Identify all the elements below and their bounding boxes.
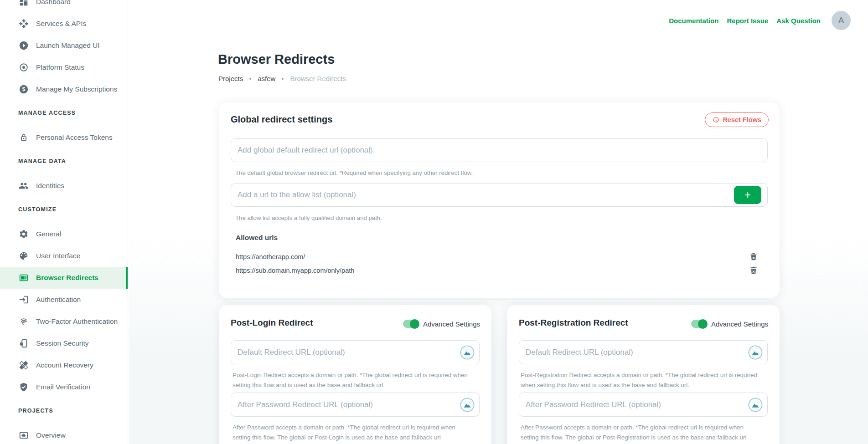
delete-url-icon[interactable]: [749, 252, 758, 261]
broadcast-icon: [18, 62, 29, 73]
post-login-default-redirect-input[interactable]: [231, 340, 480, 364]
sidebar-item-label: Account Recovery: [36, 361, 93, 369]
sidebar-item-general[interactable]: General: [0, 223, 128, 245]
allowed-url-row: https://anotherapp.com/: [236, 252, 761, 262]
header-links: Documentation Report Issue Ask Question …: [669, 11, 851, 30]
sidebar-item-label: Authentication: [36, 296, 81, 304]
sidebar-item-platform-status[interactable]: Platform Status: [0, 56, 128, 78]
sidebar-item-label: Email Verification: [36, 383, 90, 391]
global-default-redirect-input[interactable]: [231, 138, 768, 162]
dollar-circle-icon: [18, 84, 29, 95]
sidebar-item-label: Personal Access Tokens: [36, 133, 113, 142]
sidebar-item-email-verification[interactable]: Email Verification: [0, 376, 128, 398]
post-login-default-help: Post-Login Redirect accepts a domain or …: [232, 370, 475, 390]
post-registration-after-password-help: After Password accepts a domain or path.…: [521, 423, 763, 443]
sidebar-section-manage-data: MANAGE DATA: [0, 152, 128, 170]
sidebar-item-account-recovery[interactable]: Account Recovery: [0, 354, 128, 376]
global-redirect-settings-card: Global redirect settings Reset Flows The…: [219, 102, 780, 298]
browser-window-icon: [18, 272, 29, 283]
post-login-after-password-help: After Password accepts a domain or path.…: [232, 423, 475, 443]
advanced-settings-toggle[interactable]: [691, 320, 707, 328]
documentation-link[interactable]: Documentation: [669, 17, 718, 25]
bandage-icon: [18, 360, 29, 371]
login-arrow-icon: [18, 294, 29, 305]
avatar[interactable]: A: [832, 11, 851, 30]
sidebar-section-customize: CUSTOMIZE: [0, 200, 128, 219]
sidebar-item-browser-redirects[interactable]: Browser Redirects: [0, 267, 128, 289]
sidebar-item-launch-managed-ui[interactable]: Launch Managed UI: [0, 35, 128, 56]
mountain-icon[interactable]: [748, 345, 763, 360]
palette-icon: [18, 250, 29, 261]
sidebar-item-personal-access-tokens[interactable]: Personal Access Tokens: [0, 127, 128, 148]
sidebar-item-session-security[interactable]: Session Security: [0, 332, 128, 354]
post-registration-advanced-settings: Advanced Settings: [691, 320, 768, 328]
mountain-icon[interactable]: [460, 345, 475, 360]
restore-icon: [712, 116, 719, 123]
sidebar-item-user-interface[interactable]: User Interface: [0, 245, 128, 267]
page-title: Browser Redirects: [218, 52, 335, 67]
sidebar-section-manage-access: MANAGE ACCESS: [0, 104, 128, 122]
people-icon: [18, 180, 29, 191]
sidebar-item-label: Manage My Subscriptions: [36, 85, 117, 93]
gear-icon: [18, 229, 29, 240]
post-registration-redirect-card: Post-Registration Redirect Advanced Sett…: [507, 305, 780, 444]
sidebar-item-manage-subscriptions[interactable]: Manage My Subscriptions: [0, 78, 128, 100]
delete-url-icon[interactable]: [749, 265, 758, 275]
shield-check-icon: [18, 382, 29, 393]
phone-lock-icon: [18, 338, 29, 349]
play-circle-icon: [18, 40, 29, 51]
sidebar-item-label: Launch Managed UI: [36, 41, 100, 50]
post-registration-default-redirect-input[interactable]: [519, 340, 768, 364]
cloud-frame-icon: [18, 430, 29, 441]
breadcrumb-current: Browser Redirects: [290, 75, 346, 82]
allow-list-url-input[interactable]: [231, 183, 768, 207]
sidebar-section-projects: PROJECTS: [0, 402, 128, 420]
sidebar-item-label: Services & APIs: [36, 20, 86, 28]
post-registration-default-help: Post-Registration Redirect accepts a dom…: [521, 370, 763, 390]
global-default-redirect-help: The default global browser redirect url.…: [235, 168, 473, 178]
toggle-knob: [410, 319, 419, 329]
sidebar: Dashboard Services & APIs Launch Managed…: [0, 0, 128, 444]
post-login-advanced-settings: Advanced Settings: [403, 320, 480, 328]
post-registration-after-password-input[interactable]: [519, 393, 768, 417]
allowed-url-text: https://anotherapp.com/: [236, 253, 305, 260]
breadcrumb: Projects asfew Browser Redirects: [218, 75, 346, 82]
sidebar-item-authentication[interactable]: Authentication: [0, 289, 128, 311]
sidebar-item-label: Session Security: [36, 339, 88, 347]
mountain-icon[interactable]: [748, 398, 763, 412]
breadcrumb-projects[interactable]: Projects: [218, 75, 243, 82]
sidebar-item-overview[interactable]: Overview: [0, 424, 128, 444]
advanced-settings-label: Advanced Settings: [423, 320, 480, 328]
sidebar-item-dashboard[interactable]: Dashboard: [0, 0, 128, 13]
post-login-after-password-input[interactable]: [231, 393, 480, 417]
sidebar-item-label: Platform Status: [36, 63, 84, 71]
move-arrows-icon: [18, 18, 29, 29]
post-login-card-title: Post-Login Redirect: [231, 318, 313, 328]
sidebar-item-identities[interactable]: Identities: [0, 175, 128, 197]
dashboard-icon: [18, 0, 29, 7]
allowed-url-text: https://sub.domain.myapp.com/only/path: [236, 267, 354, 274]
post-login-redirect-card: Post-Login Redirect Advanced Settings Po…: [219, 305, 491, 444]
reset-flows-label: Reset Flows: [723, 116, 761, 123]
global-card-title: Global redirect settings: [231, 114, 332, 125]
add-allow-url-button[interactable]: +: [734, 186, 761, 204]
reset-flows-button[interactable]: Reset Flows: [705, 112, 769, 127]
allowed-url-row: https://sub.domain.myapp.com/only/path: [236, 265, 761, 276]
sidebar-item-label: Identities: [36, 182, 64, 190]
sidebar-item-label: Dashboard: [36, 0, 71, 6]
breadcrumb-separator-dot: [249, 78, 251, 80]
toggle-knob: [698, 319, 708, 329]
mountain-icon[interactable]: [460, 398, 475, 412]
breadcrumb-project-name[interactable]: asfew: [258, 75, 275, 82]
advanced-settings-toggle[interactable]: [403, 320, 418, 328]
ask-question-link[interactable]: Ask Question: [776, 17, 821, 25]
report-issue-link[interactable]: Report Issue: [727, 17, 768, 25]
fingerprint-icon: [18, 316, 29, 327]
allow-list-help: The allow list accepts a fully qualified…: [235, 213, 382, 223]
sidebar-item-label: Browser Redirects: [36, 274, 98, 282]
sidebar-item-label: Overview: [36, 431, 66, 439]
sidebar-item-services-apis[interactable]: Services & APIs: [0, 13, 128, 35]
sidebar-item-two-factor[interactable]: Two-Factor Authentication: [0, 311, 128, 332]
breadcrumb-separator-dot: [282, 78, 284, 80]
advanced-settings-label: Advanced Settings: [711, 320, 768, 328]
